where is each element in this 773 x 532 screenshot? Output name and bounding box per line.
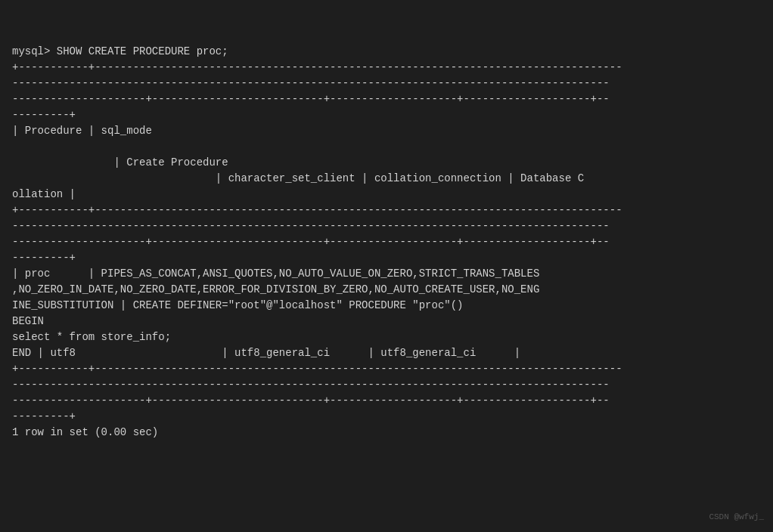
terminal-line: | Procedure | sql_mode [12,123,761,139]
terminal-line: +-----------+---------------------------… [12,203,761,218]
terminal-line: select * from store_info; [12,329,761,345]
terminal-line: | character_set_client | collation_conne… [12,171,761,187]
terminal-output: mysql> SHOW CREATE PROCEDURE proc;+-----… [12,12,761,456]
terminal-line: ---------------------+------------------… [12,91,761,107]
terminal-line: BEGIN [12,314,761,329]
terminal-line: | proc | PIPES_AS_CONCAT,ANSI_QUOTES,NO_… [12,266,761,282]
terminal-line: END | utf8 | utf8_general_ci | utf8_gene… [12,345,761,361]
terminal-line: ---------------------+------------------… [12,234,761,250]
terminal-lines: mysql> SHOW CREATE PROCEDURE proc;+-----… [12,44,761,441]
terminal-line [12,139,761,155]
terminal-line: ollation | [12,187,761,203]
terminal-line: ---------+ [12,250,761,266]
watermark: CSDN @wfwj_ [709,511,764,524]
terminal-line: +-----------+---------------------------… [12,60,761,76]
terminal-line: mysql> SHOW CREATE PROCEDURE proc; [12,44,761,60]
terminal-line: | Create Procedure [12,155,761,171]
terminal-line: ---------+ [12,107,761,123]
terminal-line: ----------------------------------------… [12,377,761,393]
terminal-line: ----------------------------------------… [12,76,761,91]
terminal-line: +-----------+---------------------------… [12,361,761,377]
terminal-line: 1 row in set (0.00 sec) [12,425,761,441]
terminal-line: ---------+ [12,409,761,425]
terminal-line: INE_SUBSTITUTION | CREATE DEFINER="root"… [12,298,761,314]
terminal-line: ---------------------+------------------… [12,393,761,409]
terminal-line: ----------------------------------------… [12,218,761,234]
terminal-line: ,NO_ZERO_IN_DATE,NO_ZERO_DATE,ERROR_FOR_… [12,282,761,298]
